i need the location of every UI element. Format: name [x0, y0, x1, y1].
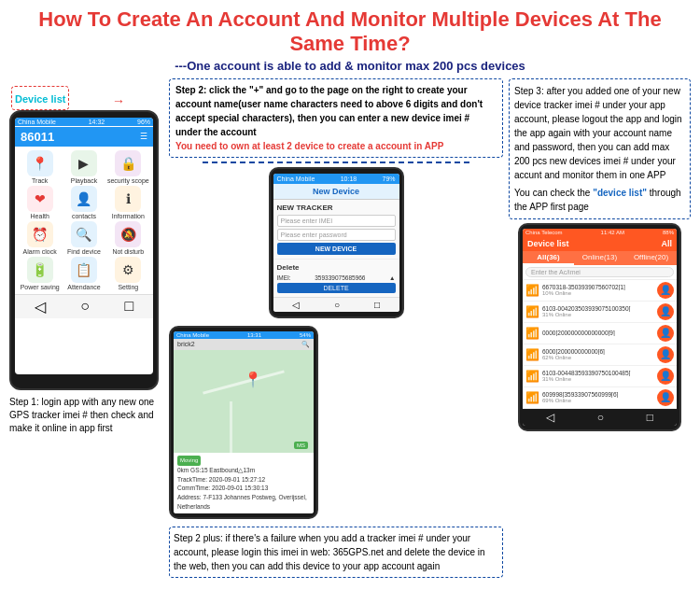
map-comm-time: CommTime: 2020-09-01 15:30:13: [177, 485, 268, 491]
rp-bottom-nav: ◁ ○ □: [523, 409, 677, 426]
tab-online-13-[interactable]: Online(13): [574, 251, 625, 265]
device-avatar: 👤: [657, 325, 674, 342]
device-info: 6000[200000000000[6] 62% Online: [542, 348, 654, 360]
device-list-label: Device list: [11, 86, 69, 110]
step2-note: You need to own at least 2 device to cre…: [175, 141, 443, 151]
tab-offline-20-[interactable]: Offline(20): [625, 251, 677, 265]
delete-btn[interactable]: DELETE: [277, 283, 396, 293]
grid-label: security scope: [107, 177, 149, 184]
grid-item-find-device[interactable]: 🔍Find device: [63, 221, 105, 255]
device-list-arrow: →: [112, 93, 125, 108]
device-id: 6670318-350393907560702[1]: [542, 284, 654, 290]
mid-nav-home[interactable]: ○: [334, 300, 340, 310]
device-wifi-icon: 📶: [525, 284, 539, 297]
device-id: 6103-004483593390750100485[: [542, 370, 654, 376]
imei-label: IMEI:: [277, 274, 291, 281]
left-status-bar: China Mobile 14:32 96%: [15, 118, 153, 126]
grid-item-power-saving[interactable]: 🔋Power saving: [19, 257, 61, 290]
left-menu-icon[interactable]: ☰: [140, 132, 147, 141]
grid-item-not-disturb[interactable]: 🔕Not disturb: [107, 221, 149, 255]
grid-icon: ❤: [27, 186, 53, 212]
new-tracker-section: NEW TRACKER Please enter IMEI Please ent…: [273, 200, 399, 259]
left-phone-section: Device list → China Mobile 14:32 96% 860…: [9, 78, 163, 555]
device-item-4[interactable]: 📶 6103-004483593390750100485[ 31% Online…: [523, 366, 677, 387]
device-item-3[interactable]: 📶 6000[200000000000[6] 62% Online 👤: [523, 344, 677, 366]
grid-item-security-scope[interactable]: 🔒security scope: [107, 150, 149, 184]
grid-item-information[interactable]: ℹInformation: [107, 186, 149, 219]
map-phone-frame: China Mobile 13:31 54% brick2 🔍 📍 MS: [169, 326, 318, 519]
new-device-btn[interactable]: NEW DEVICE: [277, 243, 396, 255]
device-avatar: 👤: [657, 303, 674, 320]
pwd-placeholder[interactable]: Please enter password: [277, 229, 396, 241]
rp-header-filter[interactable]: All: [661, 239, 672, 248]
content-area: Device list → China Mobile 14:32 96% 860…: [9, 78, 691, 555]
left-phone-frame: China Mobile 14:32 96% 86011 ☰ 📍Track▶Pl…: [9, 110, 159, 390]
grid-icon: 📋: [71, 257, 97, 283]
grid-icon: 👤: [71, 186, 97, 212]
grid-item-alarm-clock[interactable]: ⏰Alarm clock: [19, 221, 61, 255]
device-info: 609998[35933907560999[6] 69% Online: [542, 391, 654, 403]
device-wifi-icon: 📶: [525, 327, 539, 340]
grid-icon: ▶: [71, 150, 97, 176]
map-info-panel: Moving 0km GS:15 Eastbound△13m TrackTime…: [174, 453, 314, 513]
mid-nav-back[interactable]: ◁: [292, 300, 300, 310]
rp-search: Enter the Ac/imei: [523, 265, 677, 280]
nav-home[interactable]: ○: [80, 298, 90, 316]
right-phone-frame: China Telecom 11:42 AM 88% Device list A…: [518, 223, 681, 431]
tab-all-36-[interactable]: All(36): [523, 251, 574, 265]
rp-nav-home[interactable]: ○: [597, 411, 604, 424]
grid-item-attendance[interactable]: 📋Attendance: [63, 257, 105, 290]
device-item-1[interactable]: 📶 6103-004203503939075100350[ 31% Online…: [523, 302, 677, 323]
map-speed: 0km GS:15 Eastbound△13m: [177, 467, 255, 473]
imei-placeholder[interactable]: Please enter IMEI: [277, 215, 396, 227]
step2-arrow-line: [203, 162, 469, 163]
step3-main: Step 3: after you added one of your new …: [514, 86, 682, 180]
device-avatar: 👤: [657, 346, 674, 363]
imei-row: IMEI: 359339075685966 ▲: [277, 274, 396, 281]
grid-item-contacts[interactable]: 👤contacts: [63, 186, 105, 219]
device-item-0[interactable]: 📶 6670318-350393907560702[1] 10% Online …: [523, 280, 677, 302]
grid-item-health[interactable]: ❤Health: [19, 186, 61, 219]
grid-label: contacts: [72, 213, 96, 219]
rp-status-bar: China Telecom 11:42 AM 88%: [523, 229, 677, 236]
location-icon: ▲: [389, 274, 395, 281]
right-area: Step 3: after you added one of your new …: [509, 78, 691, 555]
new-device-title: New Device: [273, 184, 399, 200]
device-wifi-icon: 📶: [525, 305, 539, 318]
map-device-name: brick2: [177, 341, 195, 348]
rp-header-title: Device list: [527, 239, 569, 248]
device-id: 6000[200000000000[6]: [542, 348, 654, 355]
grid-item-track[interactable]: 📍Track: [19, 150, 61, 184]
device-info: 6103-004203503939075100350[ 31% Online: [542, 305, 654, 317]
grid-icon: 🔕: [115, 221, 141, 247]
left-carrier: China Mobile: [18, 119, 56, 125]
grid-label: Power saving: [21, 284, 60, 290]
middle-area: Step 2: click the "+" and go to the page…: [169, 78, 503, 555]
step2-label: Step 2: click the "+" and go to the page…: [169, 78, 503, 158]
device-item-5[interactable]: 📶 609998[35933907560999[6] 69% Online 👤: [523, 387, 677, 409]
rp-search-input[interactable]: Enter the Ac/imei: [525, 267, 674, 277]
device-avatar: 👤: [657, 368, 674, 385]
rp-nav-recent[interactable]: □: [647, 411, 653, 424]
imei-value: 359339075685966: [315, 274, 365, 281]
map-search-icon[interactable]: 🔍: [301, 341, 310, 348]
grid-item-setting[interactable]: ⚙Setting: [107, 257, 149, 290]
nav-back[interactable]: ◁: [35, 298, 46, 316]
step2plus-text: Step 2 plus: if there's a failure when y…: [169, 527, 503, 578]
map-road-2: [230, 401, 232, 453]
rp-nav-back[interactable]: ◁: [546, 411, 554, 424]
grid-item-playback[interactable]: ▶Playback: [63, 150, 105, 184]
device-status: 31% Online: [542, 312, 654, 317]
grid-label: Track: [32, 177, 48, 184]
nav-recent[interactable]: □: [125, 298, 134, 316]
device-item-2[interactable]: 📶 0000[200000000000000[9] 👤: [523, 323, 677, 344]
grid-label: Attendance: [67, 284, 100, 290]
left-bottom-nav: ◁ ○ □: [15, 294, 153, 318]
left-time: 14:32: [89, 119, 105, 125]
mid-nav-recent[interactable]: □: [374, 300, 380, 310]
map-header-bar: brick2 🔍: [174, 339, 314, 350]
grid-label: Setting: [118, 284, 138, 290]
rp-header: Device list All: [523, 236, 677, 251]
map-track-time: TrackTime: 2020-09-01 15:27:12: [177, 476, 265, 483]
device-wifi-icon: 📶: [525, 348, 539, 361]
